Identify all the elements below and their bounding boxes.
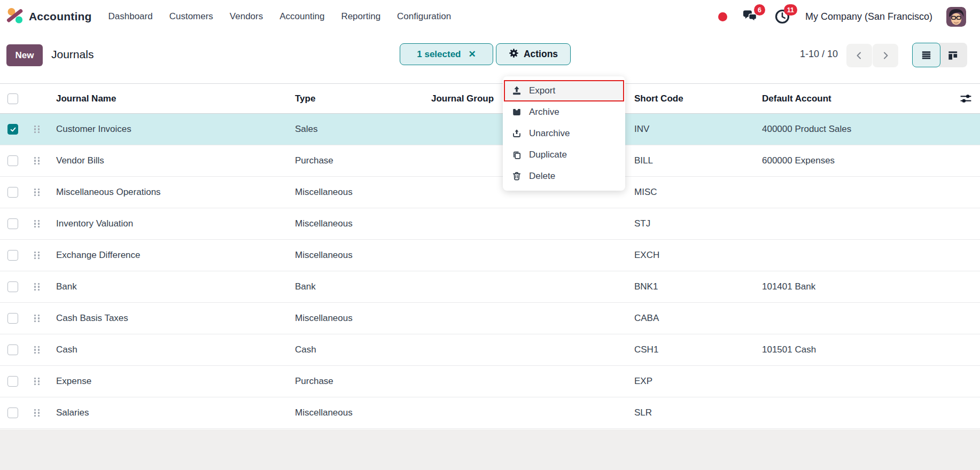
cell-journal-name[interactable]: Cash Basis Taxes bbox=[48, 313, 292, 324]
drag-handle[interactable] bbox=[34, 252, 40, 260]
list-view-icon bbox=[920, 49, 932, 61]
cell-short-code[interactable]: INV bbox=[631, 124, 759, 135]
cell-default-account[interactable]: 101401 Bank bbox=[759, 281, 940, 292]
table-row[interactable]: Cash Basis Taxes Miscellaneous CABA bbox=[0, 303, 980, 334]
column-header-journal-name[interactable]: Journal Name bbox=[48, 93, 292, 104]
row-checkbox[interactable] bbox=[7, 155, 18, 166]
table-row[interactable]: Expense Purchase EXP bbox=[0, 366, 980, 397]
table-row[interactable]: Bank Bank BNK1 101401 Bank bbox=[0, 271, 980, 303]
column-header-default-account[interactable]: Default Account bbox=[759, 93, 940, 104]
cell-type[interactable]: Sales bbox=[292, 124, 428, 135]
menu-accounting[interactable]: Accounting bbox=[279, 11, 324, 22]
cell-default-account[interactable]: 600000 Expenses bbox=[759, 155, 940, 166]
table-row[interactable]: Vendor Bills Purchase BILL 600000 Expens… bbox=[0, 145, 980, 177]
cell-short-code[interactable]: STJ bbox=[631, 218, 759, 229]
row-checkbox[interactable] bbox=[7, 250, 18, 261]
menu-customers[interactable]: Customers bbox=[169, 11, 213, 22]
cell-type[interactable]: Bank bbox=[292, 281, 428, 292]
row-checkbox[interactable] bbox=[7, 124, 18, 135]
cell-short-code[interactable]: SLR bbox=[631, 408, 759, 418]
optional-columns-button[interactable] bbox=[940, 91, 980, 106]
cell-journal-name[interactable]: Bank bbox=[48, 281, 292, 292]
table-row[interactable]: Salaries Miscellaneous SLR bbox=[0, 397, 980, 429]
row-checkbox[interactable] bbox=[7, 187, 18, 198]
menu-item-archive[interactable]: Archive bbox=[503, 101, 625, 123]
kanban-view-button[interactable] bbox=[939, 43, 967, 67]
menu-dashboard[interactable]: Dashboard bbox=[108, 11, 153, 22]
menu-item-unarchive[interactable]: Unarchive bbox=[503, 123, 625, 144]
cell-short-code[interactable]: CSH1 bbox=[631, 344, 759, 355]
drag-handle[interactable] bbox=[34, 315, 40, 323]
table-row[interactable]: Customer Invoices Sales INV 400000 Produ… bbox=[0, 114, 980, 145]
cell-type[interactable]: Miscellaneous bbox=[292, 408, 428, 418]
cell-short-code[interactable]: BNK1 bbox=[631, 281, 759, 292]
column-header-type[interactable]: Type bbox=[292, 93, 428, 104]
cell-type[interactable]: Miscellaneous bbox=[292, 313, 428, 324]
actions-button-label: Actions bbox=[524, 49, 558, 60]
drag-handle[interactable] bbox=[34, 220, 40, 228]
table-row[interactable]: Exchange Difference Miscellaneous EXCH bbox=[0, 240, 980, 271]
menu-item-export[interactable]: Export bbox=[504, 80, 624, 101]
table-row[interactable]: Inventory Valuation Miscellaneous STJ bbox=[0, 208, 980, 240]
pager-value[interactable]: 1-10 / 10 bbox=[800, 49, 838, 60]
cell-default-account[interactable]: 400000 Product Sales bbox=[759, 124, 940, 135]
cell-short-code[interactable]: EXP bbox=[631, 376, 759, 387]
table-row[interactable]: Miscellaneous Operations Miscellaneous M… bbox=[0, 177, 980, 208]
menu-reporting[interactable]: Reporting bbox=[341, 11, 380, 22]
table-row[interactable]: Cash Cash CSH1 101501 Cash bbox=[0, 334, 980, 366]
row-checkbox[interactable] bbox=[7, 376, 18, 387]
pager-next-button[interactable] bbox=[873, 44, 898, 67]
activities-button[interactable]: 11 bbox=[773, 8, 791, 25]
cell-short-code[interactable]: EXCH bbox=[631, 250, 759, 261]
cell-default-account[interactable]: 101501 Cash bbox=[759, 344, 940, 355]
cell-journal-name[interactable]: Customer Invoices bbox=[48, 124, 292, 135]
app-brand[interactable]: Accounting bbox=[6, 7, 92, 26]
cell-journal-name[interactable]: Expense bbox=[48, 376, 292, 387]
drag-handle[interactable] bbox=[34, 346, 40, 354]
company-switcher[interactable]: My Company (San Francisco) bbox=[805, 11, 932, 22]
menu-item-duplicate[interactable]: Duplicate bbox=[503, 144, 625, 166]
row-checkbox[interactable] bbox=[7, 408, 18, 418]
cell-type[interactable]: Miscellaneous bbox=[292, 187, 428, 198]
actions-dropdown-menu: Export Archive Unarchive bbox=[503, 76, 625, 191]
messages-button[interactable]: 6 bbox=[741, 8, 759, 25]
cell-journal-name[interactable]: Cash bbox=[48, 344, 292, 355]
cell-type[interactable]: Miscellaneous bbox=[292, 250, 428, 261]
upload-icon bbox=[511, 85, 522, 96]
list-view-button[interactable] bbox=[912, 43, 940, 67]
drag-handle[interactable] bbox=[34, 283, 40, 291]
actions-button[interactable]: Actions bbox=[496, 43, 571, 65]
pager-previous-button[interactable] bbox=[846, 44, 872, 67]
row-checkbox[interactable] bbox=[7, 218, 18, 229]
cell-journal-name[interactable]: Inventory Valuation bbox=[48, 218, 292, 229]
cell-type[interactable]: Purchase bbox=[292, 155, 428, 166]
select-all-checkbox[interactable] bbox=[7, 93, 18, 104]
drag-handle[interactable] bbox=[34, 126, 40, 134]
cell-short-code[interactable]: BILL bbox=[631, 155, 759, 166]
cell-journal-name[interactable]: Salaries bbox=[48, 408, 292, 418]
cell-journal-name[interactable]: Vendor Bills bbox=[48, 155, 292, 166]
clear-selection-icon[interactable]: ✕ bbox=[468, 49, 476, 60]
cell-type[interactable]: Miscellaneous bbox=[292, 218, 428, 229]
row-checkbox[interactable] bbox=[7, 313, 18, 324]
cell-journal-name[interactable]: Miscellaneous Operations bbox=[48, 187, 292, 198]
cell-short-code[interactable]: MISC bbox=[631, 187, 759, 198]
cell-type[interactable]: Purchase bbox=[292, 376, 428, 387]
cell-journal-name[interactable]: Exchange Difference bbox=[48, 250, 292, 261]
journals-list: Journal Name Type Journal Group Short Co… bbox=[0, 83, 980, 429]
menu-configuration[interactable]: Configuration bbox=[397, 11, 451, 22]
cell-short-code[interactable]: CABA bbox=[631, 313, 759, 324]
drag-handle[interactable] bbox=[34, 409, 40, 417]
cell-type[interactable]: Cash bbox=[292, 344, 428, 355]
new-button[interactable]: New bbox=[6, 44, 43, 66]
row-checkbox[interactable] bbox=[7, 344, 18, 355]
drag-handle[interactable] bbox=[34, 189, 40, 197]
drag-handle[interactable] bbox=[34, 157, 40, 165]
column-header-short-code[interactable]: Short Code bbox=[631, 93, 759, 104]
menu-vendors[interactable]: Vendors bbox=[230, 11, 263, 22]
control-panel: New Journals 1 selected ✕ Actio bbox=[0, 33, 980, 83]
drag-handle[interactable] bbox=[34, 378, 40, 386]
user-avatar[interactable] bbox=[946, 7, 966, 27]
row-checkbox[interactable] bbox=[7, 281, 18, 292]
menu-item-delete[interactable]: Delete bbox=[503, 166, 625, 187]
